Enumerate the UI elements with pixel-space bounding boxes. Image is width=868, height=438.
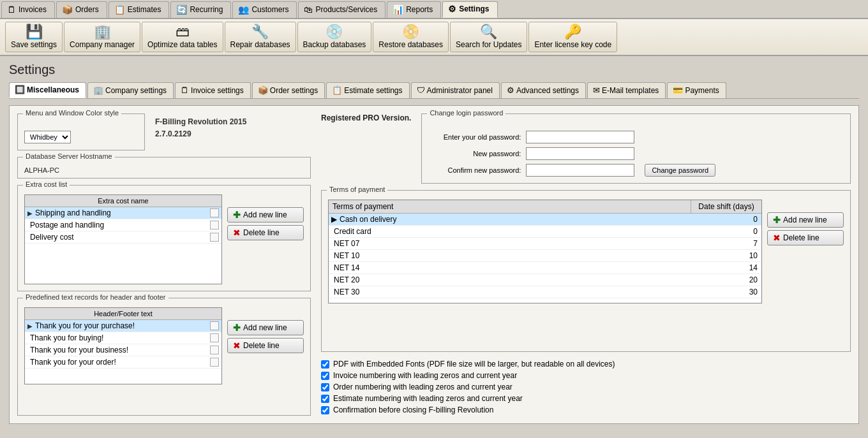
company-label: Company manager xyxy=(70,40,135,49)
company-tab-label: Company settings xyxy=(105,86,167,95)
extra-cost-row[interactable]: Delivery cost xyxy=(25,231,221,244)
extra-cost-checkbox[interactable] xyxy=(210,221,219,230)
settings-tab-advanced[interactable]: ⚙Advanced settings xyxy=(501,82,586,98)
settings-tab-email[interactable]: ✉E-Mail templates xyxy=(587,82,666,98)
est_numbering-checkbox[interactable] xyxy=(321,395,329,403)
extra-cost-checkbox[interactable] xyxy=(210,208,219,217)
order-settings-icon: 📦 xyxy=(258,85,268,95)
terms-row[interactable]: NET 1414 xyxy=(329,262,761,274)
estimate-settings-icon: 📋 xyxy=(332,85,342,95)
hf-label: Predefined text records for header and f… xyxy=(23,293,168,301)
nav-tab-recurring[interactable]: 🔄Recurring xyxy=(170,1,231,18)
hf-row[interactable]: ▶Thank you for your purchase! xyxy=(25,320,221,332)
hf-group: Predefined text records for header and f… xyxy=(17,298,311,416)
page-title: Settings xyxy=(9,62,859,77)
confirm_close-checkbox[interactable] xyxy=(321,406,329,414)
extra-cost-add-button[interactable]: ✚ Add new line xyxy=(227,207,304,223)
nav-tab-settings[interactable]: ⚙Settings xyxy=(442,1,497,18)
pdf_embed-checkbox[interactable] xyxy=(321,360,329,369)
hf-delete-button[interactable]: ✖ Delete line xyxy=(227,338,304,353)
terms-group: Terms of payment Terms of payment Date s… xyxy=(321,190,851,352)
backup-label: Backup databases xyxy=(303,40,366,49)
settings-tab-order[interactable]: 📦Order settings xyxy=(252,82,325,98)
terms-row[interactable]: Credit card0 xyxy=(329,226,761,238)
toolbar-restore-button[interactable]: 📀Restore databases xyxy=(373,22,449,52)
advanced-settings-icon: ⚙ xyxy=(507,85,514,95)
extra-cost-delete-button[interactable]: ✖ Delete line xyxy=(227,225,304,240)
hf-checkbox[interactable] xyxy=(210,321,219,330)
terms-row-days: 20 xyxy=(749,275,758,284)
nav-tab-reports[interactable]: 📊Reports xyxy=(387,1,441,18)
terms-delete-button[interactable]: ✖ Delete line xyxy=(767,230,844,245)
inv_numbering-checkbox[interactable] xyxy=(321,372,329,380)
pw-group: Enter your old password: New password: C… xyxy=(428,123,844,177)
estimates-icon: 📋 xyxy=(114,4,125,15)
extra-cost-row[interactable]: ▶Shipping and handling xyxy=(25,207,221,219)
ord_numbering-checkbox[interactable] xyxy=(321,383,329,391)
extra-cost-checkbox[interactable] xyxy=(210,233,219,242)
toolbar-repair-button[interactable]: 🔧Repair databases xyxy=(225,22,296,52)
customers-icon: 👥 xyxy=(238,4,249,15)
hf-body[interactable]: ▶Thank you for your purchase!Thank you f… xyxy=(25,320,221,384)
nav-tab-orders[interactable]: 📦Orders xyxy=(56,1,107,18)
extra-cost-row[interactable]: Postage and handling xyxy=(25,219,221,231)
terms-row[interactable]: ▶Cash on delivery0 xyxy=(329,214,761,226)
toolbar-search-button[interactable]: 🔍Search for Updates xyxy=(450,22,527,52)
reports-icon: 📊 xyxy=(393,4,403,15)
admin-settings-icon: 🛡 xyxy=(417,85,425,95)
hf-row[interactable]: Thank you for your order! xyxy=(25,356,221,369)
estimate-tab-label: Estimate settings xyxy=(344,86,402,95)
advanced-tab-label: Advanced settings xyxy=(516,86,579,95)
terms-body[interactable]: ▶Cash on delivery0Credit card0NET 077NET… xyxy=(329,214,761,303)
terms-row[interactable]: NET 2020 xyxy=(329,274,761,286)
hf-row[interactable]: Thank you for your business! xyxy=(25,344,221,356)
toolbar-company-button[interactable]: 🏢Company manager xyxy=(64,22,140,52)
change-pw-button[interactable]: Change password xyxy=(645,164,715,177)
terms-row[interactable]: NET 1010 xyxy=(329,250,761,262)
settings-tab-estimate[interactable]: 📋Estimate settings xyxy=(326,82,409,98)
main-content: Settings 🔲Miscellaneous🏢Company settings… xyxy=(0,56,868,430)
toolbar-license-button[interactable]: 🔑Enter license key code xyxy=(528,22,617,52)
db-hostname-value: ALPHA-PC xyxy=(24,166,304,174)
terms-row[interactable]: NET 3030 xyxy=(329,286,761,298)
save-icon: 💾 xyxy=(26,25,43,39)
new-pw-input[interactable] xyxy=(526,147,634,160)
company-settings-icon: 🏢 xyxy=(93,85,103,95)
repair-label: Repair databases xyxy=(230,40,290,49)
inv_numbering-label: Invoice numbering with leading zeros and… xyxy=(333,371,517,380)
new-pw-row: New password: xyxy=(428,147,844,160)
nav-tab-customers[interactable]: 👥Customers xyxy=(232,1,297,18)
color-style-select[interactable]: WhidbeyClassicDarkBlue xyxy=(24,131,71,143)
recurring-icon: 🔄 xyxy=(176,4,187,15)
settings-tab-invoice[interactable]: 🗒Invoice settings xyxy=(175,82,251,98)
old-pw-input[interactable] xyxy=(526,131,634,143)
hf-checkbox[interactable] xyxy=(210,358,219,367)
nav-tab-invoices[interactable]: 🗒Invoices xyxy=(1,1,55,18)
est_numbering-label: Estimate numbering with leading zeros an… xyxy=(333,394,523,403)
toolbar-backup-button[interactable]: 💿Backup databases xyxy=(297,22,372,52)
settings-tab-payments[interactable]: 💳Payments xyxy=(667,82,726,98)
products-icon: 🛍 xyxy=(304,4,313,15)
hf-checkbox[interactable] xyxy=(210,346,219,354)
db-hostname-group: Database Server Hostname ALPHA-PC xyxy=(17,157,311,179)
checkbox-row-pdf_embed: PDF with Embedded Fonts (PDF file size w… xyxy=(321,358,851,370)
nav-tab-products[interactable]: 🛍Products/Services xyxy=(298,1,385,18)
toolbar-optimize-button[interactable]: 🗃Optimize data tables xyxy=(142,22,223,52)
hf-checkbox[interactable] xyxy=(210,333,219,342)
settings-tab-misc[interactable]: 🔲Miscellaneous xyxy=(9,82,86,98)
toolbar-save-button[interactable]: 💾Save settings xyxy=(5,22,63,52)
nav-tab-estimates[interactable]: 📋Estimates xyxy=(108,1,170,18)
payments-tab-label: Payments xyxy=(685,86,719,95)
hf-add-button[interactable]: ✚ Add new line xyxy=(227,320,304,335)
confirm-pw-input[interactable] xyxy=(526,164,634,177)
extra-cost-table: Extra cost name ▶Shipping and handlingPo… xyxy=(24,194,222,284)
search-icon: 🔍 xyxy=(480,25,497,39)
settings-tab-company[interactable]: 🏢Company settings xyxy=(87,82,174,98)
hf-row[interactable]: Thank you for buying! xyxy=(25,332,221,344)
terms-row-days: 0 xyxy=(753,227,758,236)
terms-row[interactable]: NET 077 xyxy=(329,238,761,250)
settings-tab-admin[interactable]: 🛡Administrator panel xyxy=(411,82,500,98)
terms-add-button[interactable]: ✚ Add new line xyxy=(767,212,844,228)
extra-cost-item-label: Delivery cost xyxy=(30,233,207,242)
extra-cost-body[interactable]: ▶Shipping and handlingPostage and handli… xyxy=(25,207,221,284)
